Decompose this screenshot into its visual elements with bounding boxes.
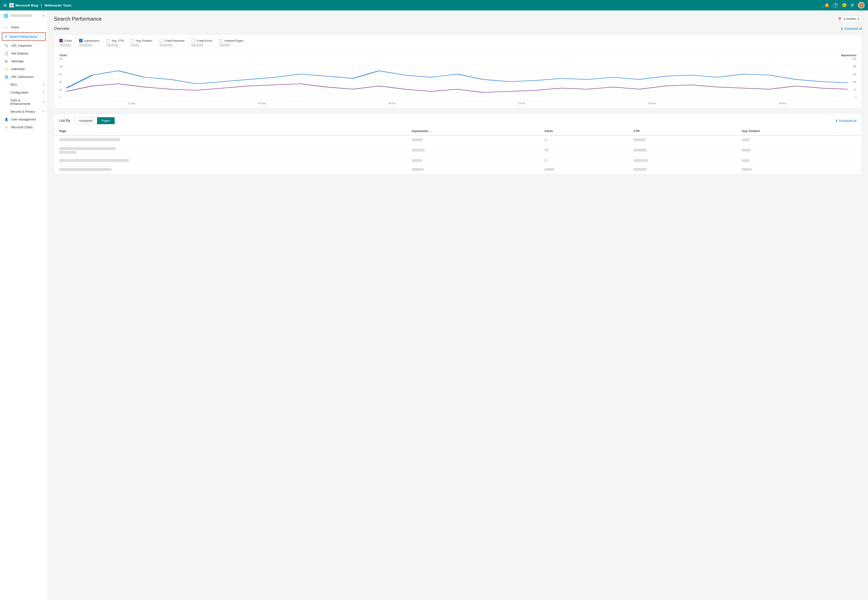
row3-avg-position <box>737 156 862 165</box>
col-clicks: Clicks <box>539 127 628 135</box>
help-icon[interactable]: ? <box>833 3 838 8</box>
row2-impressions-value <box>412 149 425 152</box>
app-logo: Microsoft Bing | Webmaster Tools <box>9 3 71 8</box>
date-filter-dropdown[interactable]: 📅 3 months ▾ <box>835 16 862 22</box>
metric-crawl-requests-checkbox-row: Crawl Requests <box>159 39 185 42</box>
list-by-download-button[interactable]: ⬇ Download all <box>835 119 856 123</box>
sidebar-item-clarity[interactable]: ◇ Microsoft Clarity <box>0 123 47 131</box>
indexed-pages-checkbox[interactable] <box>219 39 223 42</box>
avatar[interactable] <box>858 2 865 9</box>
sitemaps-icon: ⊞ <box>4 59 9 63</box>
overview-download-button[interactable]: ⬇ Download all <box>841 27 862 30</box>
tab-keywords[interactable]: Keywords <box>75 117 97 124</box>
col-avg-position: Avg. Position <box>737 127 862 135</box>
settings-icon[interactable]: ⚙ <box>851 3 854 8</box>
site-explorer-icon: 📋 <box>4 52 9 55</box>
page-header: Search Performance 📅 3 months ▾ <box>54 16 862 22</box>
avg-position-label: Avg. Position <box>136 39 152 42</box>
metric-avg-position[interactable]: Avg. Position <box>131 39 152 47</box>
sidebar-item-url-submission-label: URL Submission <box>11 75 34 79</box>
col-impressions[interactable]: Impressions ↓ <box>407 127 539 135</box>
row4-page-value <box>59 168 111 171</box>
sidebar-item-site-explorer[interactable]: 📋 Site Explorer <box>0 50 47 57</box>
list-by-download-label: Download all <box>839 119 856 123</box>
overview-card: Clicks Impressions Avg. CTR <box>54 34 862 108</box>
sidebar-item-search-performance[interactable]: ↗ Search Performance <box>2 32 46 41</box>
row1-clicks-value <box>545 138 547 141</box>
tab-pages[interactable]: Pages <box>97 117 115 124</box>
row1-avg-position <box>737 135 862 145</box>
chart-container: Clicks Impressions 0 30 60 90 120 150 <box>54 50 862 108</box>
clicks-checkbox[interactable] <box>59 39 63 42</box>
metric-clicks[interactable]: Clicks <box>59 39 72 47</box>
sidebar-section-security-label: Security & Privacy <box>11 110 35 113</box>
table-row <box>54 145 862 156</box>
row1-ctr <box>628 135 737 145</box>
y-tick-left-120: 120 <box>59 65 66 68</box>
emoji-icon[interactable]: 😊 <box>842 3 847 8</box>
home-icon: ⌂ <box>4 26 9 29</box>
sidebar-section-configuration[interactable]: Configuration ▾ <box>0 89 47 96</box>
crawl-errors-checkbox[interactable] <box>191 39 195 42</box>
nav-divider: | <box>41 3 42 8</box>
avg-ctr-checkbox[interactable] <box>106 39 110 42</box>
metric-avg-ctr[interactable]: Avg. CTR <box>106 39 124 47</box>
crawl-requests-checkbox[interactable] <box>159 39 163 42</box>
overview-title: Overview <box>54 26 69 31</box>
avg-ctr-value <box>106 44 118 47</box>
sidebar-section-security[interactable]: Security & Privacy ▾ <box>0 108 47 115</box>
tab-keywords-label: Keywords <box>79 119 93 123</box>
date-filter-label: 3 months <box>843 17 856 21</box>
table-row <box>54 165 862 174</box>
calendar-icon: 📅 <box>838 17 842 21</box>
grid-menu-icon[interactable]: ⊞ <box>3 3 7 8</box>
sidebar-item-user-management[interactable]: 👤 User management <box>0 115 47 123</box>
sidebar-item-indexnow-label: IndexNow <box>11 67 24 71</box>
row4-avg-position-value <box>742 168 751 171</box>
sidebar-item-url-inspection[interactable]: 🔍 URL Inspection <box>0 42 47 50</box>
row4-clicks <box>539 165 628 174</box>
sidebar-item-url-submission[interactable]: 🌐 URL Submission <box>0 73 47 81</box>
metric-impressions[interactable]: Impressions <box>79 39 100 47</box>
sidebar-section-seo[interactable]: SEO ▾ <box>0 81 47 89</box>
sidebar-item-indexnow[interactable]: ⚡ IndexNow <box>0 65 47 73</box>
clarity-icon: ◇ <box>4 126 9 129</box>
row4-page[interactable] <box>54 165 407 174</box>
row4-clicks-value <box>545 168 554 171</box>
row1-clicks <box>539 135 628 145</box>
row2-page-value-line1 <box>59 147 116 150</box>
row1-avg-position-value <box>742 138 750 141</box>
sidebar-item-sitemaps[interactable]: ⊞ Sitemaps <box>0 57 47 65</box>
y-tick-left-150: 150 <box>59 58 66 60</box>
row2-clicks-value <box>545 149 548 152</box>
sidebar-section-tools[interactable]: Tools & Enhancements ▾ <box>0 96 47 108</box>
metric-indexed-pages[interactable]: Indexed Pages <box>219 39 243 47</box>
x-label-06nov: 06 Nov <box>648 102 656 105</box>
sidebar-item-home[interactable]: ⌂ Home <box>0 23 47 32</box>
site-selector[interactable]: 🌐 ▾ <box>0 11 47 21</box>
sidebar-item-search-performance-label: Search Performance <box>9 35 37 38</box>
row1-page-value <box>59 138 120 141</box>
crawl-errors-value <box>191 44 203 47</box>
clicks-line <box>66 84 848 92</box>
list-by-title: List By <box>59 118 70 123</box>
x-label-20nov: 20 Nov <box>779 102 786 105</box>
row1-page[interactable] <box>54 135 407 145</box>
row2-page[interactable] <box>54 145 407 156</box>
metric-crawl-requests[interactable]: Crawl Requests <box>159 39 185 47</box>
bell-icon[interactable]: 🔔 <box>824 3 829 8</box>
sidebar-section-tools-label: Tools & Enhancements <box>10 98 40 106</box>
chart-svg <box>66 58 848 101</box>
avg-position-checkbox[interactable] <box>131 39 134 42</box>
top-navigation: ⊞ Microsoft Bing | Webmaster Tools 🔔 ? 😊… <box>0 0 868 11</box>
impressions-checkbox[interactable] <box>79 39 82 42</box>
x-label-23oct: 23 Oct <box>519 102 525 105</box>
y-tick-right-7k: 7K <box>848 89 856 91</box>
row3-page[interactable] <box>54 156 407 165</box>
sidebar-item-url-inspection-label: URL Inspection <box>11 44 32 47</box>
row1-impressions-value <box>412 138 422 141</box>
metric-crawl-errors[interactable]: Crawl Errors <box>191 39 212 47</box>
y-tick-right-21k: 21K <box>848 73 856 76</box>
pages-table: Page Impressions ↓ Clicks CTR <box>54 127 862 174</box>
download-icon: ⬇ <box>841 27 843 30</box>
